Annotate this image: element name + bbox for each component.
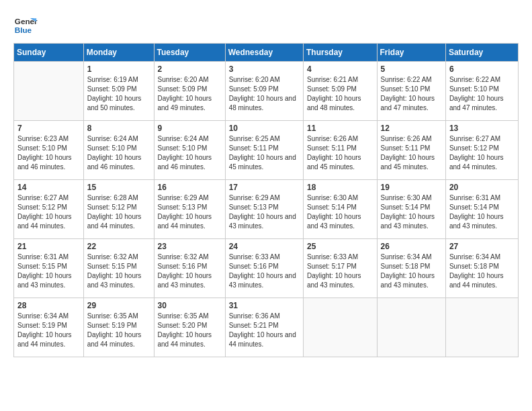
calendar-cell: 29 Sunrise: 6:35 AM Sunset: 5:19 PM Dayl… [83, 298, 154, 357]
day-info: Sunrise: 6:19 AM Sunset: 5:09 PM Dayligh… [87, 75, 150, 113]
day-number: 25 [307, 242, 373, 251]
calendar-cell: 24 Sunrise: 6:33 AM Sunset: 5:16 PM Dayl… [225, 239, 303, 298]
calendar-cell: 21 Sunrise: 6:31 AM Sunset: 5:15 PM Dayl… [14, 239, 84, 298]
weekday-header-monday: Monday [83, 44, 154, 62]
logo: General Blue [13, 13, 42, 38]
calendar-cell: 23 Sunrise: 6:32 AM Sunset: 5:16 PM Dayl… [154, 239, 225, 298]
day-info: Sunrise: 6:20 AM Sunset: 5:09 PM Dayligh… [158, 75, 222, 113]
calendar-cell: 5 Sunrise: 6:22 AM Sunset: 5:10 PM Dayli… [377, 62, 445, 121]
svg-text:General: General [15, 17, 38, 26]
calendar-cell [445, 298, 518, 357]
calendar-cell: 9 Sunrise: 6:24 AM Sunset: 5:10 PM Dayli… [154, 121, 225, 180]
day-info: Sunrise: 6:32 AM Sunset: 5:16 PM Dayligh… [158, 253, 222, 290]
day-info: Sunrise: 6:35 AM Sunset: 5:20 PM Dayligh… [158, 312, 222, 349]
day-number: 27 [449, 242, 515, 251]
week-row-2: 7 Sunrise: 6:23 AM Sunset: 5:10 PM Dayli… [14, 121, 519, 180]
calendar-cell: 27 Sunrise: 6:34 AM Sunset: 5:18 PM Dayl… [445, 239, 518, 298]
day-info: Sunrise: 6:23 AM Sunset: 5:10 PM Dayligh… [17, 134, 80, 172]
day-number: 5 [381, 64, 442, 74]
weekday-header-row: SundayMondayTuesdayWednesdayThursdayFrid… [14, 44, 519, 62]
calendar-cell: 22 Sunrise: 6:32 AM Sunset: 5:15 PM Dayl… [83, 239, 154, 298]
calendar-cell: 25 Sunrise: 6:33 AM Sunset: 5:17 PM Dayl… [303, 239, 377, 298]
day-number: 9 [158, 124, 222, 133]
calendar-cell: 3 Sunrise: 6:20 AM Sunset: 5:09 PM Dayli… [225, 62, 303, 121]
week-row-5: 28 Sunrise: 6:34 AM Sunset: 5:19 PM Dayl… [14, 298, 519, 357]
day-info: Sunrise: 6:34 AM Sunset: 5:18 PM Dayligh… [449, 253, 515, 290]
calendar-cell: 15 Sunrise: 6:28 AM Sunset: 5:12 PM Dayl… [83, 180, 154, 239]
day-info: Sunrise: 6:28 AM Sunset: 5:12 PM Dayligh… [87, 193, 150, 231]
calendar-cell [377, 298, 445, 357]
calendar-cell: 31 Sunrise: 6:36 AM Sunset: 5:21 PM Dayl… [225, 298, 303, 357]
day-number: 2 [158, 64, 222, 74]
day-number: 1 [87, 64, 150, 74]
day-number: 21 [17, 242, 80, 251]
day-number: 19 [381, 183, 442, 192]
day-number: 7 [17, 124, 80, 133]
calendar-cell: 8 Sunrise: 6:24 AM Sunset: 5:10 PM Dayli… [83, 121, 154, 180]
weekday-header-saturday: Saturday [445, 44, 518, 62]
calendar-cell [303, 298, 377, 357]
day-number: 23 [158, 242, 222, 251]
day-number: 29 [87, 301, 150, 310]
calendar-table: SundayMondayTuesdayWednesdayThursdayFrid… [13, 43, 519, 357]
day-info: Sunrise: 6:26 AM Sunset: 5:11 PM Dayligh… [307, 134, 373, 172]
day-number: 16 [158, 183, 222, 192]
calendar-cell: 6 Sunrise: 6:22 AM Sunset: 5:10 PM Dayli… [445, 62, 518, 121]
calendar-cell: 18 Sunrise: 6:30 AM Sunset: 5:14 PM Dayl… [303, 180, 377, 239]
logo-icon: General Blue [13, 13, 38, 38]
day-info: Sunrise: 6:31 AM Sunset: 5:15 PM Dayligh… [17, 253, 80, 290]
day-number: 17 [229, 183, 300, 192]
day-number: 26 [381, 242, 442, 251]
day-number: 3 [229, 64, 300, 74]
day-info: Sunrise: 6:33 AM Sunset: 5:16 PM Dayligh… [229, 253, 300, 290]
week-row-1: 1 Sunrise: 6:19 AM Sunset: 5:09 PM Dayli… [14, 62, 519, 121]
calendar-cell: 11 Sunrise: 6:26 AM Sunset: 5:11 PM Dayl… [303, 121, 377, 180]
week-row-3: 14 Sunrise: 6:27 AM Sunset: 5:12 PM Dayl… [14, 180, 519, 239]
calendar-cell: 19 Sunrise: 6:30 AM Sunset: 5:14 PM Dayl… [377, 180, 445, 239]
day-number: 12 [381, 124, 442, 133]
day-info: Sunrise: 6:20 AM Sunset: 5:09 PM Dayligh… [229, 75, 300, 113]
day-info: Sunrise: 6:24 AM Sunset: 5:10 PM Dayligh… [87, 134, 150, 172]
calendar-cell: 16 Sunrise: 6:29 AM Sunset: 5:13 PM Dayl… [154, 180, 225, 239]
day-info: Sunrise: 6:22 AM Sunset: 5:10 PM Dayligh… [449, 75, 515, 113]
day-number: 18 [307, 183, 373, 192]
day-number: 6 [449, 64, 515, 74]
day-number: 24 [229, 242, 300, 251]
calendar-cell: 13 Sunrise: 6:27 AM Sunset: 5:12 PM Dayl… [445, 121, 518, 180]
calendar-cell: 17 Sunrise: 6:29 AM Sunset: 5:13 PM Dayl… [225, 180, 303, 239]
weekday-header-friday: Friday [377, 44, 445, 62]
day-number: 31 [229, 301, 300, 310]
calendar-cell: 10 Sunrise: 6:25 AM Sunset: 5:11 PM Dayl… [225, 121, 303, 180]
calendar-cell: 28 Sunrise: 6:34 AM Sunset: 5:19 PM Dayl… [14, 298, 84, 357]
calendar-cell: 30 Sunrise: 6:35 AM Sunset: 5:20 PM Dayl… [154, 298, 225, 357]
day-info: Sunrise: 6:34 AM Sunset: 5:19 PM Dayligh… [17, 312, 80, 349]
day-info: Sunrise: 6:36 AM Sunset: 5:21 PM Dayligh… [229, 312, 300, 349]
page-header: General Blue [13, 13, 519, 38]
calendar-cell: 20 Sunrise: 6:31 AM Sunset: 5:14 PM Dayl… [445, 180, 518, 239]
day-number: 8 [87, 124, 150, 133]
weekday-header-tuesday: Tuesday [154, 44, 225, 62]
calendar-cell: 7 Sunrise: 6:23 AM Sunset: 5:10 PM Dayli… [14, 121, 84, 180]
day-info: Sunrise: 6:34 AM Sunset: 5:18 PM Dayligh… [381, 253, 442, 290]
calendar-cell: 14 Sunrise: 6:27 AM Sunset: 5:12 PM Dayl… [14, 180, 84, 239]
weekday-header-sunday: Sunday [14, 44, 84, 62]
svg-text:Blue: Blue [15, 26, 32, 34]
day-info: Sunrise: 6:35 AM Sunset: 5:19 PM Dayligh… [87, 312, 150, 349]
day-number: 10 [229, 124, 300, 133]
week-row-4: 21 Sunrise: 6:31 AM Sunset: 5:15 PM Dayl… [14, 239, 519, 298]
day-info: Sunrise: 6:25 AM Sunset: 5:11 PM Dayligh… [229, 134, 300, 172]
calendar-cell: 2 Sunrise: 6:20 AM Sunset: 5:09 PM Dayli… [154, 62, 225, 121]
day-info: Sunrise: 6:24 AM Sunset: 5:10 PM Dayligh… [158, 134, 222, 172]
day-info: Sunrise: 6:30 AM Sunset: 5:14 PM Dayligh… [381, 193, 442, 231]
day-info: Sunrise: 6:33 AM Sunset: 5:17 PM Dayligh… [307, 253, 373, 290]
day-number: 20 [449, 183, 515, 192]
day-number: 14 [17, 183, 80, 192]
calendar-cell: 4 Sunrise: 6:21 AM Sunset: 5:09 PM Dayli… [303, 62, 377, 121]
day-info: Sunrise: 6:27 AM Sunset: 5:12 PM Dayligh… [17, 193, 80, 231]
day-info: Sunrise: 6:21 AM Sunset: 5:09 PM Dayligh… [307, 75, 373, 113]
day-info: Sunrise: 6:30 AM Sunset: 5:14 PM Dayligh… [307, 193, 373, 231]
calendar-cell [14, 62, 84, 121]
weekday-header-wednesday: Wednesday [225, 44, 303, 62]
day-number: 11 [307, 124, 373, 133]
day-number: 15 [87, 183, 150, 192]
